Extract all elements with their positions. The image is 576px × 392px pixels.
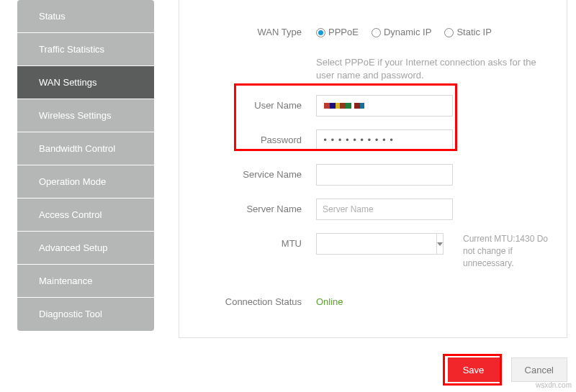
wan-type-label: WAN Type bbox=[179, 22, 316, 43]
sidebar-item-advanced-setup[interactable]: Advanced Setup bbox=[17, 232, 154, 265]
mtu-dropdown-button[interactable] bbox=[437, 233, 444, 255]
radio-dot-icon bbox=[444, 28, 454, 37]
radio-pppoe-label: PPPoE bbox=[328, 22, 359, 43]
radio-static-ip[interactable]: Static IP bbox=[444, 22, 491, 43]
radio-dynamic-ip[interactable]: Dynamic IP bbox=[372, 22, 431, 43]
connection-status-label: Connection Status bbox=[179, 291, 316, 313]
server-name-input[interactable] bbox=[316, 199, 453, 220]
row-username: User Name bbox=[179, 95, 567, 117]
radio-dot-icon bbox=[372, 28, 381, 37]
row-password: Password bbox=[179, 129, 567, 151]
server-name-label: Server Name bbox=[179, 199, 316, 220]
save-button[interactable]: Save bbox=[448, 357, 500, 382]
password-label: Password bbox=[179, 129, 316, 151]
service-name-label: Service Name bbox=[179, 164, 316, 186]
mtu-label: MTU bbox=[179, 233, 316, 255]
username-input[interactable] bbox=[316, 95, 453, 117]
row-wan-type: WAN Type PPPoE Dynamic IP Static IP bbox=[179, 22, 567, 43]
radio-static-label: Static IP bbox=[456, 22, 491, 43]
sidebar-item-operation-mode[interactable]: Operation Mode bbox=[17, 165, 154, 199]
sidebar-item-wan-settings[interactable]: WAN Settings bbox=[17, 66, 154, 99]
wan-type-radios: PPPoE Dynamic IP Static IP bbox=[316, 22, 492, 43]
connection-status-value: Online bbox=[316, 291, 343, 313]
button-row: Save Cancel bbox=[448, 357, 567, 382]
cancel-button[interactable]: Cancel bbox=[511, 357, 567, 382]
mtu-hint: Current MTU:1430 Do not change if unnece… bbox=[463, 233, 557, 270]
row-server-name: Server Name bbox=[179, 199, 567, 220]
chevron-down-icon bbox=[437, 242, 443, 246]
sidebar-item-diagnostic-tool[interactable]: Diagnostic Tool bbox=[17, 298, 154, 331]
username-label: User Name bbox=[179, 95, 316, 117]
row-mtu: MTU Current MTU:1430 Do not change if un… bbox=[179, 233, 567, 270]
main-panel-container: WAN Type PPPoE Dynamic IP Static IP bbox=[157, 0, 576, 392]
password-input[interactable] bbox=[316, 129, 453, 151]
radio-pppoe[interactable]: PPPoE bbox=[316, 22, 359, 43]
row-connection-status: Connection Status Online bbox=[179, 291, 567, 313]
mtu-input[interactable] bbox=[316, 233, 437, 255]
sidebar-item-wireless-settings[interactable]: Wireless Settings bbox=[17, 99, 154, 132]
radio-dot-icon bbox=[316, 28, 325, 37]
sidebar-item-bandwidth-control[interactable]: Bandwidth Control bbox=[17, 132, 154, 165]
sidebar-item-maintenance[interactable]: Maintenance bbox=[17, 265, 154, 298]
wan-type-hint: Select PPPoE if your Internet connection… bbox=[316, 56, 567, 82]
sidebar-item-access-control[interactable]: Access Control bbox=[17, 199, 154, 232]
wan-settings-panel: WAN Type PPPoE Dynamic IP Static IP bbox=[179, 0, 567, 338]
sidebar-item-traffic-statistics[interactable]: Traffic Statistics bbox=[17, 33, 154, 66]
radio-dynamic-label: Dynamic IP bbox=[384, 22, 431, 43]
watermark: wsxdn.com bbox=[536, 381, 572, 389]
sidebar-item-status[interactable]: Status bbox=[17, 0, 154, 33]
row-service-name: Service Name bbox=[179, 164, 567, 186]
service-name-input[interactable] bbox=[316, 164, 453, 186]
sidebar: Status Traffic Statistics WAN Settings W… bbox=[0, 0, 157, 392]
